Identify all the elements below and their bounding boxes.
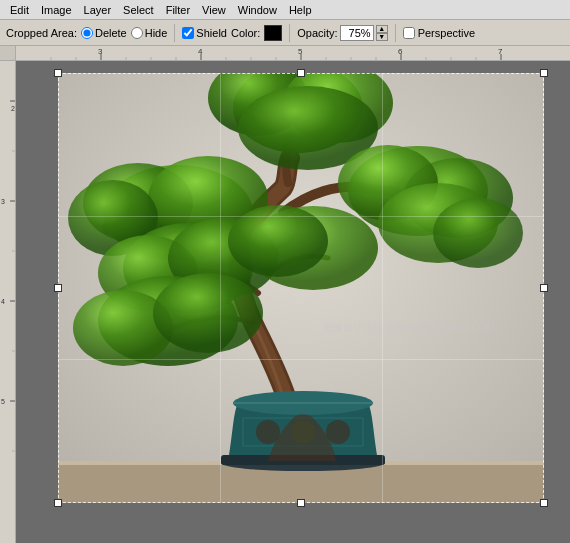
- crop-handle-bottom-left[interactable]: [54, 499, 62, 507]
- color-swatch[interactable]: [264, 25, 282, 41]
- hide-option[interactable]: Hide: [131, 27, 168, 39]
- cropped-area-label: Cropped Area:: [6, 27, 77, 39]
- svg-text:4: 4: [198, 47, 203, 56]
- grid-line-v2: [382, 73, 383, 503]
- menu-filter[interactable]: Filter: [160, 2, 196, 18]
- delete-option[interactable]: Delete: [81, 27, 127, 39]
- hide-radio[interactable]: [131, 27, 143, 39]
- svg-text:2: 2: [11, 105, 15, 112]
- canvas-area[interactable]: 思缘设计论坛 WWW.MISSYUAN.COM: [16, 61, 570, 543]
- svg-text:6: 6: [398, 47, 403, 56]
- crop-handle-bottom-middle[interactable]: [297, 499, 305, 507]
- menu-select[interactable]: Select: [117, 2, 160, 18]
- crop-handle-bottom-right[interactable]: [540, 499, 548, 507]
- opacity-input[interactable]: [340, 25, 374, 41]
- opacity-label: Opacity:: [297, 27, 337, 39]
- shield-checkbox-group[interactable]: Shield: [182, 27, 227, 39]
- crop-handle-top-middle[interactable]: [297, 69, 305, 77]
- menu-edit[interactable]: Edit: [4, 2, 35, 18]
- perspective-label: Perspective: [418, 27, 475, 39]
- tree-svg: 思缘设计论坛 WWW.MISSYUAN.COM: [58, 73, 544, 503]
- separator-1: [174, 24, 175, 42]
- ruler-ticks-svg: 3 4 5 6 7: [16, 46, 570, 60]
- perspective-group: Perspective: [403, 27, 475, 39]
- menu-window[interactable]: Window: [232, 2, 283, 18]
- svg-text:4: 4: [1, 298, 5, 305]
- vertical-ruler: 2 3 4 5: [0, 61, 16, 543]
- perspective-checkbox[interactable]: [403, 27, 415, 39]
- color-label: Color:: [231, 27, 260, 39]
- svg-point-59: [433, 198, 523, 268]
- opacity-group: Opacity: ▲ ▼: [297, 25, 387, 41]
- crop-handle-top-right[interactable]: [540, 69, 548, 77]
- crop-handle-middle-left[interactable]: [54, 284, 62, 292]
- toolbar: Cropped Area: Delete Hide Shield Color: …: [0, 20, 570, 46]
- hide-label: Hide: [145, 27, 168, 39]
- shield-label: Shield: [196, 27, 227, 39]
- bonsai-image: 思缘设计论坛 WWW.MISSYUAN.COM: [58, 73, 544, 503]
- shield-checkbox[interactable]: [182, 27, 194, 39]
- menu-view[interactable]: View: [196, 2, 232, 18]
- svg-point-57: [153, 273, 263, 353]
- separator-2: [289, 24, 290, 42]
- ruler-corner: [0, 46, 16, 61]
- vertical-ruler-svg: 2 3 4 5: [0, 61, 15, 543]
- svg-point-66: [326, 420, 350, 444]
- svg-text:5: 5: [298, 47, 303, 56]
- menu-image[interactable]: Image: [35, 2, 78, 18]
- delete-radio-group: Delete Hide: [81, 27, 167, 39]
- ruler-row: 3 4 5 6 7: [0, 46, 570, 61]
- opacity-down[interactable]: ▼: [376, 33, 388, 41]
- menu-help[interactable]: Help: [283, 2, 318, 18]
- svg-text:3: 3: [98, 47, 103, 56]
- horizontal-ruler: 3 4 5 6 7: [16, 46, 570, 61]
- grid-line-h2: [58, 359, 544, 360]
- main-area: 2 3 4 5: [0, 61, 570, 543]
- separator-3: [395, 24, 396, 42]
- svg-text:7: 7: [498, 47, 503, 56]
- grid-line-h1: [58, 216, 544, 217]
- opacity-spinner: ▲ ▼: [376, 25, 388, 41]
- image-container: 思缘设计论坛 WWW.MISSYUAN.COM: [58, 73, 544, 503]
- menu-layer[interactable]: Layer: [78, 2, 118, 18]
- opacity-up[interactable]: ▲: [376, 25, 388, 33]
- crop-handle-top-left[interactable]: [54, 69, 62, 77]
- svg-text:3: 3: [1, 198, 5, 205]
- crop-handle-middle-right[interactable]: [540, 284, 548, 292]
- delete-label: Delete: [95, 27, 127, 39]
- grid-line-v1: [220, 73, 221, 503]
- menubar: Edit Image Layer Select Filter View Wind…: [0, 0, 570, 20]
- svg-text:5: 5: [1, 398, 5, 405]
- delete-radio[interactable]: [81, 27, 93, 39]
- svg-text:思缘设计论坛  WWW.MISSYUAN.COM: 思缘设计论坛 WWW.MISSYUAN.COM: [322, 322, 495, 333]
